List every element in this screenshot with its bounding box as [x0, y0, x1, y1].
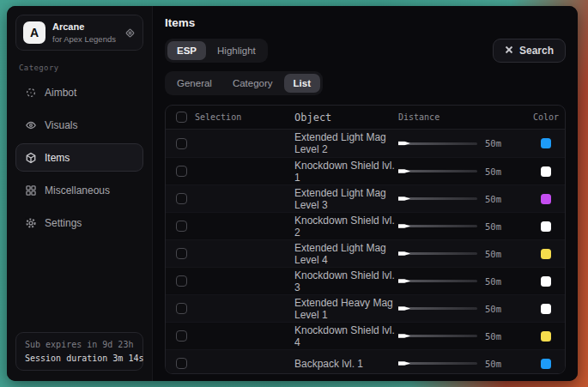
slider-handle-icon[interactable] — [398, 141, 410, 147]
row-checkbox[interactable] — [176, 193, 187, 204]
slider-handle-icon[interactable] — [398, 168, 410, 174]
distance-slider[interactable] — [398, 170, 477, 172]
distance-slider[interactable] — [398, 252, 477, 255]
column-header-selection: Selection — [195, 112, 241, 122]
table-row: Knockdown Shield lvl. 1 50m — [166, 157, 565, 184]
distance-slider[interactable] — [398, 362, 477, 365]
color-swatch[interactable] — [541, 221, 551, 232]
page-title: Items — [165, 16, 566, 29]
slider-handle-icon[interactable] — [398, 251, 410, 257]
sidebar: A Arcane for Apex Legends Category Aimbo… — [7, 6, 153, 381]
tab-esp[interactable]: ESP — [167, 41, 206, 60]
app-titles: Arcane for Apex Legends — [52, 21, 116, 44]
app-name: Arcane — [52, 21, 116, 33]
sidebar-item-miscellaneous[interactable]: Miscellaneous — [15, 176, 143, 204]
row-checkbox[interactable] — [176, 166, 187, 177]
slider-handle-icon[interactable] — [398, 196, 410, 202]
color-swatch[interactable] — [541, 249, 551, 259]
color-swatch[interactable] — [541, 359, 551, 369]
table-row: Knockdown Shield lvl. 2 50m — [166, 212, 565, 239]
slider-handle-icon[interactable] — [398, 360, 410, 366]
distance-value: 50m — [485, 331, 501, 342]
distance-slider[interactable] — [398, 142, 477, 145]
distance-value: 50m — [485, 249, 501, 259]
table-row: Extended Light Mag Level 3 50m — [166, 184, 565, 212]
slider-handle-icon[interactable] — [398, 305, 410, 311]
row-checkbox[interactable] — [176, 248, 187, 259]
select-all-checkbox[interactable] — [176, 112, 187, 123]
sidebar-nav: Aimbot Visuals Items Miscellaneous Setti… — [15, 78, 143, 241]
color-swatch[interactable] — [541, 304, 551, 314]
sidebar-item-items[interactable]: Items — [15, 143, 143, 172]
color-swatch[interactable] — [541, 331, 551, 342]
sidebar-item-label: Aimbot — [45, 87, 76, 99]
table-row: Knockdown Shield lvl. 4 50m — [166, 322, 565, 349]
sidebar-item-label: Miscellaneous — [45, 184, 110, 197]
distance-value: 50m — [485, 276, 501, 287]
view-tab-group: GeneralCategoryList — [165, 71, 323, 95]
object-name: Extended Light Mag Level 3 — [294, 187, 398, 211]
distance-slider[interactable] — [398, 335, 477, 337]
view-tab-category[interactable]: Category — [223, 74, 282, 93]
gear-icon — [24, 216, 37, 229]
sidebar-item-visuals[interactable]: Visuals — [15, 111, 143, 139]
object-name: Knockdown Shield lvl. 4 — [294, 324, 398, 348]
distance-value: 50m — [485, 194, 501, 204]
main-panel: Items ESPHighlight Search GeneralCategor… — [153, 6, 578, 381]
distance-slider[interactable] — [398, 307, 477, 310]
distance-slider[interactable] — [398, 225, 477, 227]
table-row: Extended Light Mag Level 4 50m — [166, 239, 565, 267]
grid-icon — [24, 184, 37, 197]
app-window: A Arcane for Apex Legends Category Aimbo… — [7, 6, 578, 381]
row-checkbox[interactable] — [176, 303, 187, 314]
distance-slider[interactable] — [398, 197, 477, 200]
row-checkbox[interactable] — [176, 330, 187, 342]
sidebar-item-label: Visuals — [45, 119, 77, 131]
search-icon — [505, 45, 513, 57]
subscription-info-box: Sub expires in 9d 23h Session duration 3… — [15, 332, 143, 371]
object-name: Backpack lvl. 1 — [294, 358, 398, 370]
distance-value: 50m — [485, 166, 501, 177]
table-row: Backpack lvl. 1 50m — [166, 349, 565, 374]
distance-value: 50m — [485, 221, 501, 232]
table-row: Extended Heavy Mag Level 1 50m — [166, 294, 565, 322]
table-body: Extended Light Mag Level 2 50m Knockdown… — [166, 130, 565, 374]
app-subtitle: for Apex Legends — [52, 34, 116, 44]
distance-value: 50m — [485, 359, 501, 369]
search-button-label: Search — [519, 45, 554, 57]
color-swatch[interactable] — [541, 138, 551, 148]
row-checkbox[interactable] — [176, 221, 187, 232]
tab-highlight[interactable]: Highlight — [208, 41, 265, 60]
color-swatch[interactable] — [541, 194, 551, 204]
color-swatch[interactable] — [541, 166, 551, 177]
view-tab-list[interactable]: List — [284, 74, 320, 93]
row-checkbox[interactable] — [176, 275, 187, 287]
object-name: Knockdown Shield lvl. 2 — [294, 215, 398, 239]
table-header-row: Selection Object Distance Color — [166, 106, 565, 130]
sidebar-item-aimbot[interactable]: Aimbot — [15, 78, 143, 106]
column-header-color: Color — [527, 112, 565, 122]
sidebar-item-settings[interactable]: Settings — [15, 209, 143, 237]
view-tab-general[interactable]: General — [167, 74, 221, 93]
table-row: Knockdown Shield lvl. 3 50m — [166, 267, 565, 294]
color-swatch[interactable] — [541, 276, 551, 287]
subscription-expiry-text: Sub expires in 9d 23h — [25, 340, 134, 349]
slider-handle-icon[interactable] — [398, 333, 410, 339]
items-table: Selection Object Distance Color Extended… — [165, 105, 566, 374]
distance-slider[interactable] — [398, 280, 477, 282]
search-button[interactable]: Search — [493, 39, 566, 63]
session-duration-text: Session duration 3m 14s — [25, 354, 134, 363]
mode-tab-group: ESPHighlight — [165, 39, 268, 63]
view-row: GeneralCategoryList — [165, 71, 566, 95]
eye-icon — [24, 118, 37, 131]
target-badge-icon — [124, 27, 136, 39]
object-name: Extended Light Mag Level 2 — [294, 131, 398, 155]
row-checkbox[interactable] — [176, 138, 187, 149]
app-header: A Arcane for Apex Legends — [15, 15, 143, 51]
slider-handle-icon[interactable] — [398, 223, 410, 229]
crosshair-icon — [24, 86, 37, 99]
cube-icon — [24, 151, 37, 164]
row-checkbox[interactable] — [176, 358, 187, 369]
category-section-label: Category — [19, 63, 140, 72]
slider-handle-icon[interactable] — [398, 278, 410, 284]
